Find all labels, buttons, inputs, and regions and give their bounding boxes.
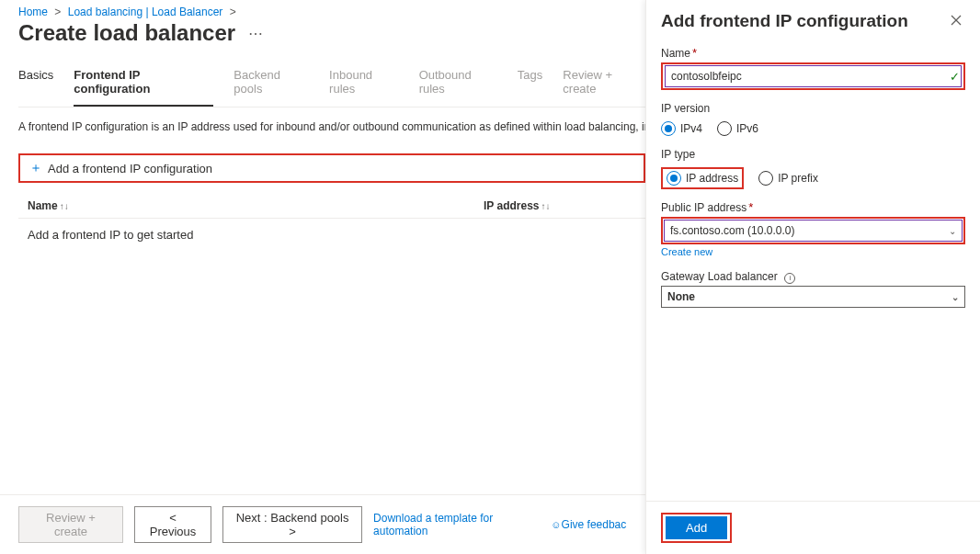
sort-arrow-up-icon: ↑↓ (541, 201, 550, 211)
gateway-lb-label: Gateway Load balancer (661, 270, 778, 283)
breadcrumb-home[interactable]: Home (18, 6, 48, 18)
close-icon (951, 15, 962, 26)
tab-outbound-rules: Outbound rules (419, 68, 497, 107)
review-create-button: Review + create (18, 506, 123, 543)
required-indicator: * (692, 46, 697, 60)
feedback-icon: ☺ (551, 519, 561, 530)
chevron-right-icon: > (226, 6, 240, 18)
public-ip-select[interactable]: fs.contoso.com (10.0.0.0) ⌄ (664, 220, 963, 242)
public-ip-label: Public IP address (661, 201, 746, 214)
panel-title: Add frontend IP configuration (661, 11, 908, 31)
tab-basics[interactable]: Basics (18, 68, 53, 107)
radio-icon (667, 171, 681, 186)
chevron-right-icon: > (51, 6, 64, 18)
radio-icon (717, 121, 732, 136)
previous-button[interactable]: < Previous (134, 506, 211, 543)
close-panel-button[interactable] (947, 11, 965, 30)
frontend-description: A frontend IP configuration is an IP add… (18, 120, 645, 133)
breadcrumb-loadbalancing[interactable]: Load balancing | Load Balancer (68, 6, 223, 18)
footer-bar: Review + create < Previous Next : Backen… (0, 494, 645, 554)
radio-ipv6[interactable]: IPv6 (717, 121, 758, 136)
column-header-name[interactable]: Name↑↓ (28, 199, 484, 212)
table-empty-message: Add a frontend IP to get started (18, 219, 645, 251)
add-frontend-ip-label: Add a frontend IP configuration (48, 162, 212, 175)
radio-ip-address[interactable]: IP address (667, 171, 738, 186)
tab-tags: Tags (518, 68, 542, 107)
radio-ipv4[interactable]: IPv4 (661, 121, 702, 136)
more-actions-button[interactable]: ⋯ (245, 25, 267, 42)
frontend-table-header: Name↑↓ IP address↑↓ (18, 199, 645, 219)
plus-icon: ＋ (29, 160, 42, 176)
chevron-down-icon: ⌄ (949, 226, 956, 236)
page-title: Create load balancer (18, 20, 235, 46)
radio-icon (758, 171, 773, 186)
ip-type-label: IP type (661, 148, 695, 161)
tab-review-create: Review + create (563, 68, 645, 107)
create-new-public-ip-link[interactable]: Create new (661, 246, 712, 257)
add-frontend-ip-panel: Add frontend IP configuration Name* ✓ IP… (645, 0, 980, 554)
give-feedback-link[interactable]: ☺Give feedback (551, 518, 627, 531)
next-button[interactable]: Next : Backend pools > (222, 506, 362, 543)
add-button[interactable]: Add (666, 516, 727, 539)
tab-frontend-ip[interactable]: Frontend IP configuration (74, 68, 213, 107)
chevron-down-icon: ⌄ (952, 292, 959, 302)
column-header-ip-address[interactable]: IP address↑↓ (484, 199, 631, 212)
required-indicator: * (748, 200, 753, 214)
tab-backend-pools: Backend pools (234, 68, 309, 107)
breadcrumb: Home > Load balancing | Load Balancer > (18, 6, 645, 18)
tab-inbound-rules: Inbound rules (329, 68, 399, 107)
add-frontend-ip-button[interactable]: ＋ Add a frontend IP configuration (26, 157, 216, 179)
name-label: Name (661, 47, 690, 60)
download-template-link[interactable]: Download a template for automation (373, 512, 540, 537)
name-input[interactable] (665, 65, 962, 87)
checkmark-icon: ✓ (950, 70, 960, 84)
sort-arrow-up-icon: ↑↓ (60, 201, 69, 211)
radio-ip-prefix[interactable]: IP prefix (758, 171, 818, 186)
ip-version-label: IP version (661, 102, 710, 115)
radio-icon (661, 121, 676, 136)
info-icon[interactable]: i (784, 273, 795, 284)
gateway-lb-select[interactable]: None ⌄ (661, 286, 965, 308)
tab-list: Basics Frontend IP configuration Backend… (18, 68, 645, 107)
